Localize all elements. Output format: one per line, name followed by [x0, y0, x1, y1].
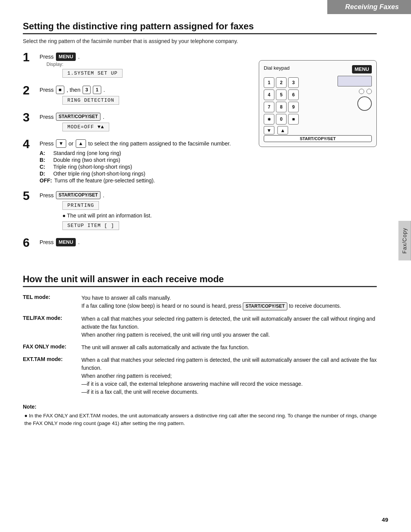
- side-tab: Fax/Copy: [398, 221, 411, 260]
- step-2: 2 Press ■ , then 3 1 . RING DETECTION: [23, 86, 247, 106]
- step-1-period: .: [78, 54, 80, 60]
- step-2-hash-key: ■: [56, 86, 64, 94]
- key-3: 3: [288, 77, 299, 88]
- small-btn-2: [366, 89, 372, 94]
- step-4-or: or: [68, 141, 73, 147]
- start-copy-set-diagram-label: START/COPY/SET: [264, 135, 372, 142]
- key-star: ✱: [264, 114, 274, 125]
- key-8: 8: [276, 102, 287, 112]
- device-display-screen: [338, 76, 372, 86]
- step-2-period: .: [104, 87, 105, 93]
- step-2-key1: 1: [93, 86, 101, 94]
- exttam-mode-row: EXT.TAM mode: When a call that matches y…: [23, 356, 377, 396]
- note-section: Note: In the FAX ONLY and EXT.TAM modes,…: [23, 404, 377, 428]
- ring-item-c: C: Triple ring (short-long-short rings): [40, 164, 247, 170]
- step-4-press: Press: [40, 141, 54, 147]
- step-5-start-key: START/COPY/SET: [56, 191, 100, 199]
- small-btn-1: [359, 89, 364, 94]
- step-5: 5 Press START/COPY/SET . PRINTING The un…: [23, 191, 247, 231]
- step-1-press: Press: [40, 54, 54, 60]
- ring-item-b: B: Double ring (two short rings): [40, 157, 247, 163]
- key-9: 9: [288, 102, 299, 112]
- key-0: 0: [276, 114, 287, 125]
- telfax-mode-label: TEL/FAX mode:: [23, 315, 76, 339]
- step-6-menu-key: MENU: [56, 238, 76, 246]
- ring-pattern-list: A: Standard ring (one long ring) B: Doub…: [40, 150, 247, 184]
- step-6-period: .: [78, 239, 80, 245]
- device-diagram: Dial keypad MENU 1 2 3 4 5 6 7: [259, 60, 377, 147]
- section1-intro: Select the ring pattern of the facsimile…: [23, 38, 377, 44]
- step-1-display: 1.SYSTEM SET UP: [62, 69, 123, 78]
- section2-title: How the unit will answer in each receive…: [23, 274, 377, 287]
- step-5-display: PRINTING: [62, 201, 99, 210]
- key-6: 6: [288, 89, 299, 100]
- key-hash: ■: [288, 114, 299, 125]
- key-4: 4: [264, 89, 274, 100]
- faxonly-mode-row: FAX ONLY mode: The unit will answer all …: [23, 343, 377, 351]
- tel-mode-row: TEL mode: You have to answer all calls m…: [23, 294, 377, 310]
- device-round-button: [357, 96, 372, 111]
- step-1: 1 Press MENU . Display: 1.SYSTEM SET UP: [23, 53, 247, 79]
- section1-title: Setting the distinctive ring pattern ass…: [23, 21, 377, 34]
- ring-item-a: A: Standard ring (one long ring): [40, 150, 247, 156]
- note-text: In the FAX ONLY and EXT.TAM modes, the u…: [24, 412, 377, 428]
- step-6-number: 6: [23, 236, 40, 249]
- keypad-grid: 1 2 3 4 5 6 7 8 9 ✱ 0 ■: [264, 77, 299, 125]
- mode-table: TEL mode: You have to answer all calls m…: [23, 294, 377, 396]
- telfax-mode-desc: When a call that matches your selected r…: [81, 315, 377, 339]
- tel-mode-label: TEL mode:: [23, 294, 76, 310]
- nav-arrows-area: ▼ ▲: [264, 126, 372, 134]
- nav-up-arrow: ▲: [277, 126, 288, 134]
- header-tab: Receiving Faxes: [327, 0, 411, 14]
- nav-down-arrow: ▼: [264, 126, 274, 134]
- faxonly-mode-label: FAX ONLY mode:: [23, 343, 76, 351]
- key-7: 7: [264, 102, 274, 112]
- step-4-number: 4: [23, 138, 40, 150]
- step-2-key3: 3: [83, 86, 91, 94]
- step-4-desc: to select the ring pattern assigned to t…: [88, 141, 231, 147]
- step-1-menu-key: MENU: [56, 53, 76, 61]
- step-1-display-label: Display:: [46, 62, 247, 67]
- ring-item-off: OFF: Turns off the feature (pre-selected…: [40, 177, 247, 184]
- step-5-display2: SETUP ITEM [ ]: [62, 221, 119, 230]
- dial-keypad-label: Dial keypad: [264, 65, 290, 73]
- ring-item-d: D: Other triple ring (short-short-long r…: [40, 171, 247, 177]
- key-2: 2: [276, 77, 287, 88]
- step-3-start-key: START/COPY/SET: [56, 113, 100, 121]
- step-2-then: , then: [67, 87, 80, 93]
- step-3-press: Press: [40, 114, 54, 120]
- key-1: 1: [264, 77, 274, 88]
- step-5-number: 5: [23, 190, 40, 202]
- faxonly-mode-desc: The unit will answer all calls automatic…: [81, 343, 377, 351]
- exttam-mode-desc: When a call that matches your selected r…: [81, 356, 377, 396]
- step-5-bullet: The unit will print an information list.: [62, 212, 247, 219]
- step-2-display: RING DETECTION: [62, 96, 119, 105]
- step-2-press: Press: [40, 87, 54, 93]
- step-5-press: Press: [40, 192, 54, 198]
- tel-mode-desc: You have to answer all calls manually. I…: [81, 294, 377, 310]
- menu-label-diagram: MENU: [352, 65, 372, 73]
- device-right-controls: [302, 76, 372, 125]
- step-6: 6 Press MENU .: [23, 238, 247, 249]
- step-6-press: Press: [40, 239, 54, 245]
- note-title: Note:: [23, 404, 377, 410]
- step-3-display: MODE=OFF ▼▲: [62, 123, 109, 131]
- telfax-mode-row: TEL/FAX mode: When a call that matches y…: [23, 315, 377, 339]
- device-small-buttons: [359, 89, 372, 94]
- step-3-number: 3: [23, 111, 40, 123]
- step-4-down-key: ▼: [56, 139, 66, 148]
- step-3: 3 Press START/COPY/SET . MODE=OFF ▼▲: [23, 113, 247, 133]
- step-4: 4 Press ▼ or ▲ to select the ring patter…: [23, 139, 247, 184]
- step-4-up-key: ▲: [76, 139, 86, 148]
- step-5-period: .: [103, 192, 104, 198]
- tel-mode-start-key: START/COPY/SET: [243, 302, 287, 310]
- step-2-number: 2: [23, 84, 40, 96]
- exttam-mode-label: EXT.TAM mode:: [23, 356, 76, 396]
- device-top-labels: Dial keypad MENU: [264, 65, 372, 73]
- device-body: 1 2 3 4 5 6 7 8 9 ✱ 0 ■: [264, 76, 372, 125]
- step-1-number: 1: [23, 51, 40, 63]
- step-3-period: .: [103, 114, 104, 120]
- page-number: 49: [382, 516, 388, 523]
- key-5: 5: [276, 89, 287, 100]
